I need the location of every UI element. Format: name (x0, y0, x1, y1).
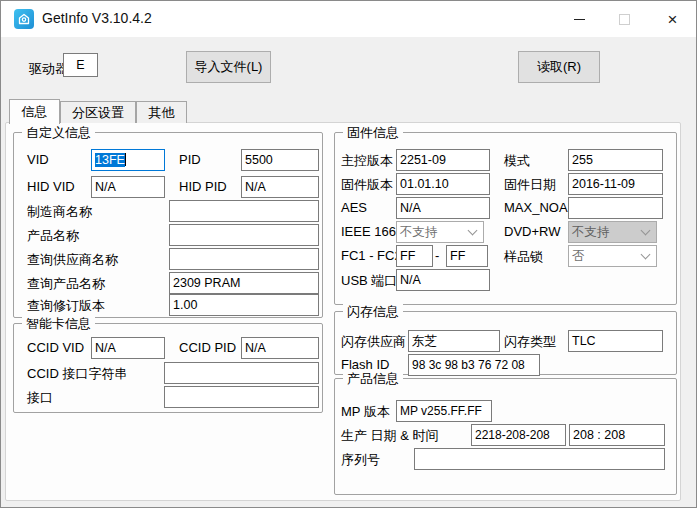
close-icon: × (668, 11, 678, 28)
hid-pid-label: HID PID (179, 179, 227, 194)
production-time-field[interactable]: 208 : 208 (569, 424, 665, 446)
inquiry-revision-field[interactable]: 1.00 (169, 294, 319, 316)
vid-selected-text: 13FE (95, 153, 125, 167)
aes-label: AES (341, 200, 367, 215)
group-product-info-title: 产品信息 (343, 370, 403, 388)
usb-port-label: USB 端口 (341, 272, 397, 290)
group-flash-info-title: 闪存信息 (343, 303, 403, 321)
fc1-field[interactable]: FF (396, 245, 433, 267)
title-bar: GetInfo V3.10.4.2 × (1, 1, 696, 37)
maximize-button (602, 1, 647, 37)
chevron-down-icon (468, 226, 478, 236)
firmware-version-label: 固件版本 (341, 176, 393, 194)
inquiry-product-field[interactable]: 2309 PRAM (169, 272, 319, 294)
flash-id-field[interactable]: 98 3c 98 b3 76 72 08 (408, 354, 540, 376)
sample-lock-label: 样品锁 (504, 248, 543, 266)
home-device-icon (17, 12, 31, 26)
pid-label: PID (179, 152, 201, 167)
firmware-version-field[interactable]: 01.01.10 (396, 173, 490, 195)
hid-vid-label: HID VID (27, 179, 75, 194)
ccid-vid-label: CCID VID (27, 340, 84, 355)
pid-field[interactable]: 5500 (241, 149, 319, 171)
group-smartcard-info-title: 智能卡信息 (22, 315, 95, 333)
dvd-rw-dropdown: 不支持 (568, 221, 657, 243)
manufacturer-label: 制造商名称 (27, 203, 92, 221)
controller-version-label: 主控版本 (341, 152, 393, 170)
fc1-fc2-label: FC1 - FC2 (341, 248, 402, 263)
controller-version-field[interactable]: 2251-09 (396, 149, 490, 171)
vid-field[interactable]: 13FE (91, 149, 165, 171)
mp-version-field[interactable]: MP v255.FF.FF (396, 400, 492, 422)
minimize-icon (574, 19, 585, 20)
fc-separator: - (435, 248, 439, 263)
ieee1667-dropdown[interactable]: 不支持 (396, 221, 484, 243)
ccid-pid-field[interactable]: N/A (241, 337, 319, 359)
ieee1667-label: IEEE 1667 (341, 224, 403, 239)
inquiry-product-label: 查询产品名称 (27, 275, 105, 293)
drive-select[interactable]: E (63, 53, 98, 77)
interface-field[interactable] (164, 386, 319, 408)
app-icon (14, 9, 34, 29)
tab-info[interactable]: 信息 (9, 99, 60, 124)
inquiry-vendor-field[interactable] (169, 248, 319, 270)
max-noa-field[interactable] (568, 197, 663, 219)
serial-number-field[interactable] (414, 448, 665, 470)
fc2-field[interactable]: FF (446, 245, 488, 267)
chevron-down-icon (641, 226, 651, 236)
dvd-rw-label: DVD+RW (504, 224, 560, 239)
import-file-button[interactable]: 导入文件(L) (186, 51, 271, 83)
inquiry-vendor-label: 查询供应商名称 (27, 251, 118, 269)
sample-lock-value: 否 (572, 249, 585, 263)
mode-field[interactable]: 255 (568, 149, 663, 171)
ccid-interface-string-label: CCID 接口字符串 (27, 365, 127, 383)
inquiry-revision-label: 查询修订版本 (27, 297, 105, 315)
minimize-button[interactable] (557, 1, 602, 37)
firmware-date-label: 固件日期 (504, 176, 556, 194)
ccid-pid-label: CCID PID (179, 340, 236, 355)
group-custom-info-title: 自定义信息 (22, 124, 95, 142)
mode-label: 模式 (504, 152, 530, 170)
hid-pid-field[interactable]: N/A (241, 176, 319, 198)
product-name-label: 产品名称 (27, 227, 79, 245)
mp-version-label: MP 版本 (341, 403, 390, 421)
ieee1667-value: 不支持 (400, 225, 438, 239)
window-title: GetInfo V3.10.4.2 (42, 10, 152, 26)
ccid-vid-field[interactable]: N/A (91, 337, 165, 359)
flash-vendor-field[interactable]: 东芝 (408, 330, 500, 352)
maximize-icon (619, 14, 630, 25)
production-datetime-label: 生产 日期 & 时间 (341, 427, 439, 445)
max-noa-label: MAX_NOA (504, 200, 568, 215)
text-caret (125, 153, 126, 166)
app-window: GetInfo V3.10.4.2 × 驱动器: E 导入文件(L) 读取(R)… (0, 0, 697, 508)
interface-label: 接口 (27, 389, 53, 407)
ccid-interface-string-field[interactable] (164, 362, 319, 384)
flash-vendor-label: 闪存供应商 (341, 333, 406, 351)
chevron-down-icon (641, 250, 651, 260)
close-button[interactable]: × (650, 1, 695, 37)
vid-label: VID (27, 152, 49, 167)
sample-lock-dropdown[interactable]: 否 (568, 245, 657, 267)
dvd-rw-value: 不支持 (572, 225, 610, 239)
tab-partition-settings[interactable]: 分区设置 (60, 101, 136, 123)
firmware-date-field[interactable]: 2016-11-09 (568, 173, 663, 195)
tab-other[interactable]: 其他 (136, 101, 187, 123)
hid-vid-field[interactable]: N/A (91, 176, 165, 198)
manufacturer-field[interactable] (169, 200, 319, 222)
usb-port-field[interactable]: N/A (396, 269, 490, 291)
aes-field[interactable]: N/A (396, 197, 490, 219)
read-button[interactable]: 读取(R) (518, 51, 600, 83)
product-name-field[interactable] (169, 224, 319, 246)
flash-type-field[interactable]: TLC (568, 330, 663, 352)
serial-number-label: 序列号 (341, 451, 380, 469)
flash-type-label: 闪存类型 (504, 333, 556, 351)
group-firmware-info-title: 固件信息 (343, 124, 403, 142)
production-date-field[interactable]: 2218-208-208 (471, 424, 566, 446)
